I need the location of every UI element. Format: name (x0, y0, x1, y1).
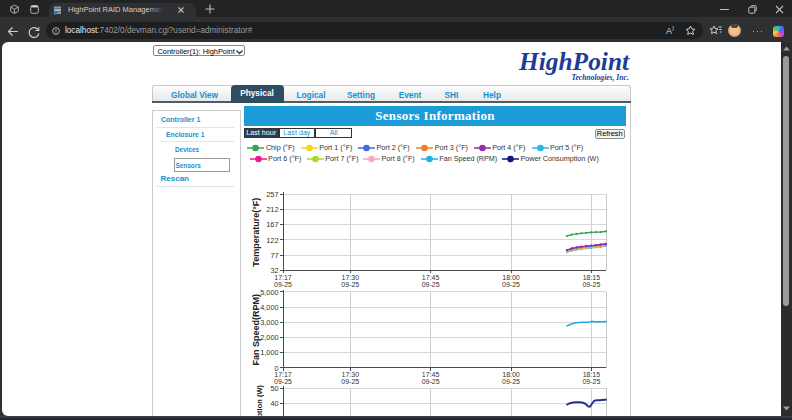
svg-text:4,000: 4,000 (260, 303, 278, 312)
svg-text:09-25: 09-25 (582, 378, 600, 385)
svg-text:1,000: 1,000 (260, 348, 278, 357)
svg-text:122: 122 (266, 236, 278, 245)
svg-text:18:00: 18:00 (502, 371, 520, 378)
svg-text:17:17: 17:17 (274, 274, 292, 281)
svg-text:167: 167 (266, 220, 278, 229)
svg-text:09-25: 09-25 (341, 281, 359, 288)
svg-text:17:45: 17:45 (422, 371, 440, 378)
svg-text:ption (W): ption (W) (255, 385, 264, 416)
svg-text:212: 212 (266, 205, 278, 214)
svg-text:Fan Speed(RPM): Fan Speed(RPM) (251, 294, 261, 366)
svg-text:09-25: 09-25 (422, 378, 440, 385)
svg-text:40: 40 (270, 399, 278, 408)
svg-text:3,000: 3,000 (260, 318, 278, 327)
svg-text:09-25: 09-25 (502, 281, 520, 288)
svg-text:18:15: 18:15 (583, 274, 601, 281)
svg-text:09-25: 09-25 (502, 378, 520, 385)
svg-text:18:15: 18:15 (583, 371, 601, 378)
svg-text:5,000: 5,000 (260, 288, 278, 297)
svg-text:17:30: 17:30 (342, 274, 360, 281)
svg-text:Temperature(°F): Temperature(°F) (251, 198, 261, 267)
svg-text:77: 77 (270, 251, 278, 260)
svg-text:18:00: 18:00 (502, 274, 520, 281)
svg-text:2,000: 2,000 (260, 333, 278, 342)
svg-text:09-25: 09-25 (341, 378, 359, 385)
svg-text:09-25: 09-25 (582, 281, 600, 288)
svg-text:17:17: 17:17 (274, 371, 292, 378)
svg-text:257: 257 (266, 190, 278, 199)
svg-text:17:30: 17:30 (342, 371, 360, 378)
svg-text:17:45: 17:45 (422, 274, 440, 281)
svg-text:09-25: 09-25 (422, 281, 440, 288)
svg-text:50: 50 (270, 384, 278, 393)
